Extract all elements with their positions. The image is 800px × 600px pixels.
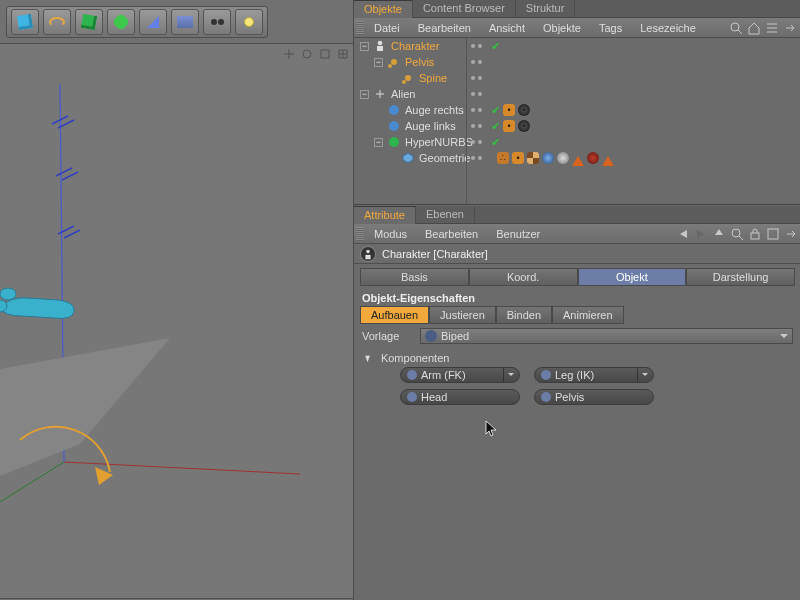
wedge-icon [147, 16, 159, 28]
tab-content-browser[interactable]: Content Browser [413, 0, 516, 18]
lock-icon[interactable] [748, 227, 762, 241]
tool-eyes[interactable] [203, 9, 231, 35]
expand-icon[interactable]: − [374, 58, 383, 67]
grip-icon[interactable] [356, 21, 364, 35]
bulb-icon [244, 17, 254, 27]
grip-icon[interactable] [356, 227, 364, 241]
tool-cube2[interactable] [75, 9, 103, 35]
tab-ebenen[interactable]: Ebenen [416, 206, 475, 224]
tab-objekt[interactable]: Objekt [578, 268, 687, 286]
menu-ansicht[interactable]: Ansicht [481, 22, 533, 34]
tag-sphere-icon[interactable]: • [518, 104, 530, 116]
list-icon[interactable] [765, 21, 779, 35]
tab-attribute[interactable]: Attribute [354, 206, 416, 224]
tool-spline[interactable] [43, 9, 71, 35]
biped-icon [425, 330, 437, 342]
komp-head[interactable]: Head [400, 389, 520, 405]
tool-cube[interactable] [11, 9, 39, 35]
tag-orange-icon[interactable]: • [512, 152, 524, 164]
tag-uv-icon[interactable]: ∴ [497, 152, 509, 164]
tag-sphere-icon[interactable]: • [518, 120, 530, 132]
obj-label: Alien [389, 88, 417, 100]
svg-point-14 [405, 75, 411, 81]
obj-label: Auge rechts [403, 104, 466, 116]
obj-label: Spine [417, 72, 449, 84]
tool-grid[interactable] [171, 9, 199, 35]
obj-label: Geometrie [417, 152, 472, 164]
tab-objekte[interactable]: Objekte [354, 0, 413, 18]
attr-subtabs: Aufbauen Justieren Binden Animieren [360, 306, 795, 324]
subtab-binden[interactable]: Binden [496, 306, 552, 324]
chevron-down-icon[interactable] [503, 368, 517, 382]
menu-tags[interactable]: Tags [591, 22, 630, 34]
tag-tri-icon[interactable] [572, 150, 584, 166]
menu-objekte[interactable]: Objekte [535, 22, 589, 34]
svg-point-13 [388, 64, 392, 68]
back-icon[interactable] [676, 227, 690, 241]
svg-rect-21 [751, 233, 759, 239]
tag-orange-icon[interactable]: • [503, 120, 515, 132]
grid-icon [177, 16, 193, 28]
svg-point-19 [732, 229, 740, 237]
svg-line-20 [739, 236, 743, 240]
disclosure-icon[interactable]: ▼ [364, 352, 372, 364]
menu-bearbeiten2[interactable]: Bearbeiten [417, 228, 486, 240]
home-icon[interactable] [747, 21, 761, 35]
arrow-icon[interactable] [783, 21, 797, 35]
expand-icon[interactable]: − [360, 90, 369, 99]
svg-point-16 [389, 105, 399, 115]
tab-basis[interactable]: Basis [360, 268, 469, 286]
svg-rect-11 [377, 46, 383, 51]
tag-column: ✔ ✔ • • ✔ • • ✔ ∴ • [466, 38, 800, 204]
viewport-3d[interactable] [0, 44, 353, 598]
tag-tri2-icon[interactable] [602, 150, 614, 166]
komp-leg[interactable]: Leg (IK) [534, 367, 654, 383]
character-icon [360, 246, 376, 262]
tag-orange-icon[interactable]: • [503, 104, 515, 116]
tool-bulb[interactable] [235, 9, 263, 35]
find-icon[interactable] [730, 227, 744, 241]
subtab-aufbauen[interactable]: Aufbauen [360, 306, 429, 324]
tab-darstellung[interactable]: Darstellung [686, 268, 795, 286]
tab-koord[interactable]: Koord. [469, 268, 578, 286]
section-title: Objekt-Eigenschaften [354, 286, 800, 306]
up-icon[interactable] [712, 227, 726, 241]
attr-header: Charakter [Charakter] [354, 244, 800, 264]
menu-lesezeichen[interactable]: Lesezeiche [632, 22, 704, 34]
search-icon[interactable] [729, 21, 743, 35]
komp-arm[interactable]: Arm (FK) [400, 367, 520, 383]
tool-gear[interactable] [107, 9, 135, 35]
menu-benutzer[interactable]: Benutzer [488, 228, 548, 240]
komp-pelvis[interactable]: Pelvis [534, 389, 654, 405]
joint-icon [407, 392, 417, 402]
attr-obj-label: Charakter [Charakter] [382, 248, 488, 260]
attr-menubar: Modus Bearbeiten Benutzer [354, 224, 800, 244]
subtab-animieren[interactable]: Animieren [552, 306, 624, 324]
fwd-icon[interactable] [694, 227, 708, 241]
tag-red-icon[interactable] [587, 152, 599, 164]
komponenten-label: Komponenten [381, 352, 450, 364]
expand-icon[interactable]: − [360, 42, 369, 51]
tag-globe-icon[interactable] [542, 152, 554, 164]
tab-struktur[interactable]: Struktur [516, 0, 576, 18]
svg-point-23 [366, 249, 370, 253]
tag-checker-icon[interactable] [527, 152, 539, 164]
menu-datei[interactable]: Datei [366, 22, 408, 34]
objects-tabbar: Objekte Content Browser Struktur [354, 0, 800, 18]
vorlage-dropdown[interactable]: Biped [420, 328, 793, 344]
obj-label: Charakter [389, 40, 441, 52]
joint-icon [407, 370, 417, 380]
menu-modus[interactable]: Modus [366, 228, 415, 240]
subtab-justieren[interactable]: Justieren [429, 306, 496, 324]
new-icon[interactable] [766, 227, 780, 241]
chevron-down-icon[interactable] [637, 368, 651, 382]
svg-point-15 [402, 80, 406, 84]
expand-icon[interactable]: − [374, 138, 383, 147]
menu-bearbeiten[interactable]: Bearbeiten [410, 22, 479, 34]
obj-icon [401, 71, 415, 85]
menu-icon[interactable] [784, 227, 798, 241]
tool-wedge[interactable] [139, 9, 167, 35]
eyes-icon [211, 19, 224, 25]
object-tree[interactable]: −Charakter−PelvisSpine−AlienAuge rechtsA… [354, 38, 800, 205]
tag-grey-icon[interactable] [557, 152, 569, 164]
